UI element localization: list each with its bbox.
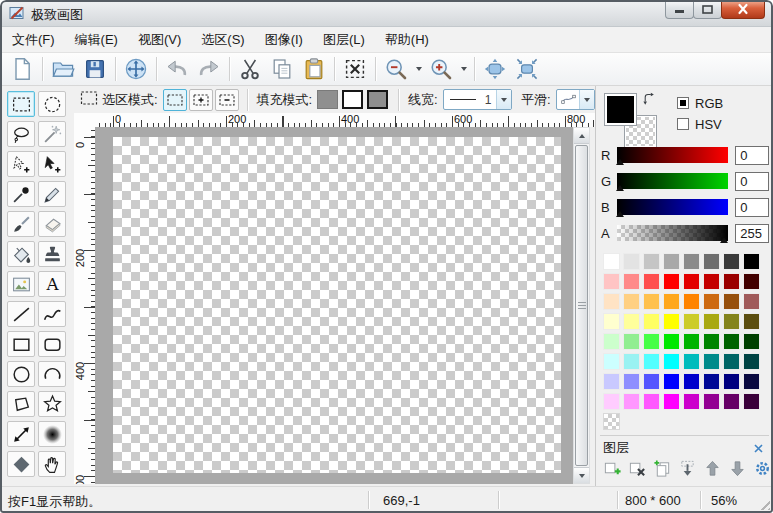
palette-swatch[interactable] <box>683 333 700 350</box>
palette-swatch[interactable] <box>643 333 660 350</box>
arrow-tool[interactable] <box>7 421 35 447</box>
palette-swatch[interactable] <box>663 353 680 370</box>
palette-swatch[interactable] <box>603 253 620 270</box>
eyedropper-tool[interactable] <box>7 181 35 207</box>
palette-swatch[interactable] <box>663 393 680 410</box>
palette-swatch[interactable] <box>643 273 660 290</box>
color-mode-rgb[interactable]: RGB <box>677 95 723 111</box>
palette-swatch[interactable] <box>663 333 680 350</box>
palette-swatch[interactable] <box>643 313 660 330</box>
scroll-up-button[interactable] <box>574 128 589 144</box>
palette-swatch[interactable] <box>703 393 720 410</box>
star-tool[interactable] <box>38 391 66 417</box>
smooth-dropdown[interactable] <box>556 89 595 110</box>
selection-subtract-button[interactable] <box>215 89 239 111</box>
palette-swatch[interactable] <box>603 313 620 330</box>
merge-down-button[interactable] <box>676 457 698 479</box>
palette-swatch[interactable] <box>743 373 760 390</box>
palette-swatch[interactable] <box>703 253 720 270</box>
a-slider[interactable] <box>617 225 728 241</box>
text-tool[interactable]: A <box>38 271 66 297</box>
menu-item-1[interactable]: 编辑(E) <box>65 27 128 52</box>
curve-tool[interactable] <box>38 301 66 327</box>
zoom-out-dropdown-button[interactable] <box>412 55 425 83</box>
layers-close-button[interactable] <box>750 440 766 456</box>
palette-swatch[interactable] <box>743 353 760 370</box>
fill-outline-button[interactable] <box>342 90 363 109</box>
line-width-dropdown[interactable]: 1 <box>443 89 512 110</box>
slider-thumb[interactable] <box>720 237 728 243</box>
palette-swatch[interactable] <box>703 333 720 350</box>
palette-swatch[interactable] <box>663 253 680 270</box>
palette-swatch-transparent[interactable] <box>603 413 620 430</box>
brush-tool[interactable] <box>7 211 35 237</box>
dropdown-arrow-icon[interactable] <box>496 90 511 109</box>
palette-swatch[interactable] <box>743 313 760 330</box>
fill-solid-button[interactable] <box>317 90 338 109</box>
palette-swatch[interactable] <box>723 253 740 270</box>
palette-swatch[interactable] <box>663 273 680 290</box>
filled-polygon-tool[interactable] <box>7 451 35 477</box>
slider-value[interactable]: 255 <box>735 224 769 243</box>
palette-swatch[interactable] <box>603 293 620 310</box>
palette-swatch[interactable] <box>663 313 680 330</box>
palette-swatch[interactable] <box>723 393 740 410</box>
arc-tool[interactable] <box>38 361 66 387</box>
palette-swatch[interactable] <box>683 253 700 270</box>
palette-swatch[interactable] <box>743 253 760 270</box>
menu-item-2[interactable]: 视图(V) <box>128 27 191 52</box>
pencil-tool[interactable] <box>38 181 66 207</box>
delete-layer-button[interactable] <box>626 457 648 479</box>
add-layer-button[interactable] <box>601 457 623 479</box>
ellipse-tool[interactable] <box>7 361 35 387</box>
slider-value[interactable]: 0 <box>735 146 769 165</box>
close-button[interactable] <box>721 0 765 19</box>
palette-swatch[interactable] <box>703 373 720 390</box>
palette-swatch[interactable] <box>623 373 640 390</box>
palette-swatch[interactable] <box>723 333 740 350</box>
palette-swatch[interactable] <box>623 313 640 330</box>
slider-value[interactable]: 0 <box>735 172 769 191</box>
palette-swatch[interactable] <box>743 273 760 290</box>
ellipse-select-tool[interactable] <box>38 91 66 117</box>
eraser-tool[interactable] <box>38 211 66 237</box>
foreground-color-chip[interactable] <box>604 93 637 126</box>
palette-swatch[interactable] <box>743 393 760 410</box>
palette-swatch[interactable] <box>643 293 660 310</box>
palette-swatch[interactable] <box>723 313 740 330</box>
palette-swatch[interactable] <box>723 353 740 370</box>
palette-swatch[interactable] <box>603 373 620 390</box>
menu-item-6[interactable]: 帮助(H) <box>375 27 439 52</box>
dropdown-arrow-icon[interactable] <box>579 90 594 109</box>
palette-swatch[interactable] <box>643 253 660 270</box>
palette-swatch[interactable] <box>683 313 700 330</box>
palette-swatch[interactable] <box>643 393 660 410</box>
palette-swatch[interactable] <box>663 293 680 310</box>
palette-swatch[interactable] <box>623 393 640 410</box>
palette-swatch[interactable] <box>643 353 660 370</box>
radio-icon[interactable] <box>677 97 689 109</box>
polygon-tool[interactable] <box>7 391 35 417</box>
zoom-in-dropdown-button[interactable] <box>457 55 470 83</box>
palette-swatch[interactable] <box>723 293 740 310</box>
cut-button[interactable] <box>234 55 266 83</box>
duplicate-layer-button[interactable] <box>651 457 673 479</box>
menu-item-5[interactable]: 图层(L) <box>313 27 375 52</box>
maximize-button[interactable] <box>693 0 722 19</box>
palette-swatch[interactable] <box>703 353 720 370</box>
menu-item-3[interactable]: 选区(S) <box>191 27 254 52</box>
zoom-out-button[interactable] <box>380 55 412 83</box>
palette-swatch[interactable] <box>623 353 640 370</box>
palette-swatch[interactable] <box>683 293 700 310</box>
move-selection-tool[interactable] <box>7 151 35 177</box>
slider-thumb[interactable] <box>616 211 624 217</box>
rounded-rectangle-tool[interactable] <box>38 331 66 357</box>
palette-swatch[interactable] <box>603 273 620 290</box>
gradient-tool[interactable] <box>38 421 66 447</box>
rectangle-tool[interactable] <box>7 331 35 357</box>
copy-button[interactable] <box>266 55 298 83</box>
palette-swatch[interactable] <box>663 373 680 390</box>
slider-value[interactable]: 0 <box>735 198 769 217</box>
palette-swatch[interactable] <box>703 273 720 290</box>
palette-swatch[interactable] <box>703 313 720 330</box>
